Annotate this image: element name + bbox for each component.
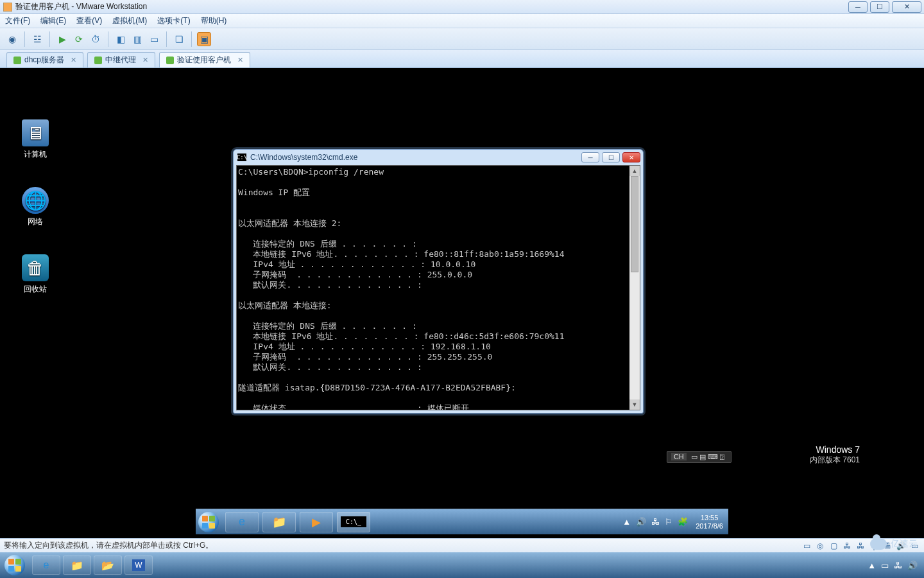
guest-start-button[interactable] — [196, 509, 221, 535]
windows-orb-icon — [4, 555, 25, 575]
taskbar-pin-explorer[interactable]: 📁 — [262, 512, 296, 532]
desktop-icon-recycle[interactable]: 🗑 回收站 — [13, 254, 58, 295]
desktop-icon-computer[interactable]: 🖥 计算机 — [13, 119, 58, 160]
tb-layout3-icon[interactable]: ▭ — [147, 32, 161, 46]
tray-action-icon[interactable]: 🧩 — [678, 517, 688, 527]
menu-vm[interactable]: 虚拟机(M) — [112, 15, 147, 26]
tb-fullscreen-icon[interactable]: ▣ — [197, 32, 211, 46]
tb-play-icon[interactable]: ▶ — [55, 32, 69, 46]
tb-library-icon[interactable]: ☳ — [30, 32, 44, 46]
device-net2-icon[interactable]: 🖧 — [855, 541, 866, 551]
cmd-maximize-button[interactable]: ☐ — [602, 152, 620, 162]
menu-edit[interactable]: 编辑(E) — [40, 15, 66, 26]
tray-up-icon[interactable]: ▲ — [622, 517, 631, 527]
network-icon: 🌐 — [22, 187, 49, 214]
tab-verify-client[interactable]: 验证使用客户机 ✕ — [159, 52, 250, 67]
recycle-icon: 🗑 — [22, 254, 49, 281]
cmd-window-controls: ─ ☐ ✕ — [579, 152, 643, 162]
tb-power-icon[interactable]: ◉ — [5, 32, 19, 46]
cmd-close-button[interactable]: ✕ — [622, 152, 640, 162]
minimize-button[interactable]: ─ — [848, 1, 868, 13]
device-cd-icon[interactable]: ◎ — [814, 541, 826, 551]
tab-close-icon[interactable]: ✕ — [142, 56, 148, 64]
vm-tabstrip: dhcp服务器 ✕ 中继代理 ✕ 验证使用客户机 ✕ — [0, 50, 924, 68]
cmd-title-text: C:\Windows\system32\cmd.exe — [250, 153, 357, 162]
host-toolbar: ◉ ☳ ▶ ⟳ ⏱ ◧ ▥ ▭ ❏ ▣ — [0, 28, 924, 50]
vm-state-icon — [13, 57, 21, 64]
host-start-button[interactable] — [0, 555, 30, 575]
word-icon: W — [132, 559, 144, 571]
tab-close-icon[interactable]: ✕ — [237, 56, 243, 64]
desktop-icon-network[interactable]: 🌐 网络 — [13, 187, 58, 227]
icon-label: 计算机 — [13, 149, 58, 160]
host-taskbar: e 📁 📂 W ▲ ▭ 🖧 🔊 — [0, 552, 924, 578]
tray-network-icon[interactable]: 🖧 — [651, 517, 660, 527]
cmd-client-area: C:\Users\BDQN>ipconfig /renew Windows IP… — [236, 165, 640, 410]
host-pin-word[interactable]: W — [124, 556, 153, 575]
host-pin-folder[interactable]: 📂 — [94, 556, 122, 575]
guest-tray: ▲ 🔊 🖧 ⚐ 🧩 13:55 2017/8/6 — [620, 514, 728, 530]
tb-unity-icon[interactable]: ❏ — [172, 32, 186, 46]
tab-close-icon[interactable]: ✕ — [71, 56, 76, 64]
tb-restart-icon[interactable]: ⟳ — [72, 32, 86, 46]
page-watermark: 亿速云 — [870, 538, 918, 550]
watermark-line: 内部版本 7601 — [771, 455, 860, 466]
scroll-up-icon[interactable]: ▲ — [629, 166, 640, 176]
menu-help[interactable]: 帮助(H) — [201, 15, 227, 26]
close-button[interactable]: ✕ — [892, 1, 921, 13]
scroll-down-icon[interactable]: ▼ — [629, 399, 640, 410]
host-tray-volume-icon[interactable]: 🔊 — [907, 561, 918, 570]
clock-date: 2017/8/6 — [696, 522, 723, 530]
host-menubar: 文件(F) 编辑(E) 查看(V) 虚拟机(M) 选项卡(T) 帮助(H) — [0, 14, 924, 28]
lang-icons: ▭ ▤ ⌨ ⍰ — [691, 453, 724, 460]
clock-time: 13:55 — [696, 514, 723, 522]
cmd-scrollbar[interactable]: ▲ ▼ — [629, 166, 640, 410]
tray-volume-icon[interactable]: 🔊 — [636, 517, 646, 527]
watermark-text: 亿速云 — [891, 538, 918, 550]
cmd-window[interactable]: C:\ C:\Windows\system32\cmd.exe ─ ☐ ✕ C:… — [233, 149, 644, 414]
icon-label: 网络 — [13, 216, 58, 227]
menu-tabs[interactable]: 选项卡(T) — [157, 15, 190, 26]
maximize-button[interactable]: ☐ — [870, 1, 889, 13]
lang-code: CH — [671, 453, 687, 460]
vm-state-icon — [166, 57, 174, 64]
status-text: 要将输入定向到该虚拟机，请在虚拟机内部单击或按 Ctrl+G。 — [4, 540, 213, 551]
tab-label: 中继代理 — [105, 55, 136, 66]
cmd-titlebar[interactable]: C:\ C:\Windows\system32\cmd.exe ─ ☐ ✕ — [234, 150, 643, 165]
tb-layout2-icon[interactable]: ▥ — [130, 32, 144, 46]
host-tray: ▲ ▭ 🖧 🔊 — [865, 561, 924, 570]
guest-watermark: Windows 7 内部版本 7601 此 Windows 副本不是正版 — [771, 444, 860, 477]
cmd-icon: C:\ — [237, 153, 246, 161]
taskbar-pin-media[interactable]: ▶ — [300, 512, 333, 532]
guest-clock[interactable]: 13:55 2017/8/6 — [696, 514, 723, 530]
device-hdd-icon[interactable]: ▭ — [801, 541, 812, 551]
tab-relay-agent[interactable]: 中继代理 ✕ — [87, 52, 155, 67]
ie-icon: e — [239, 515, 245, 529]
tb-snapshot-icon[interactable]: ⏱ — [89, 32, 103, 46]
guest-language-bar[interactable]: CH ▭ ▤ ⌨ ⍰ — [667, 451, 732, 463]
menu-view[interactable]: 查看(V) — [76, 15, 102, 26]
tab-dhcp-server[interactable]: dhcp服务器 ✕ — [6, 52, 83, 67]
watermark-line: Windows 7 — [771, 444, 860, 455]
host-tray-up-icon[interactable]: ▲ — [868, 561, 876, 570]
media-icon: ▶ — [312, 515, 321, 529]
host-tray-battery-icon[interactable]: ▭ — [881, 561, 889, 570]
tb-layout1-icon[interactable]: ◧ — [114, 32, 128, 46]
folder-icon: 📁 — [272, 515, 286, 529]
device-net-icon[interactable]: 🖧 — [841, 541, 853, 551]
host-pin-explorer[interactable]: 📁 — [63, 556, 91, 575]
guest-display[interactable]: 🖥 计算机 🌐 网络 🗑 回收站 C:\ C:\Windows\system32… — [0, 68, 924, 534]
taskbar-item-cmd[interactable]: C:\_ — [337, 512, 370, 532]
cmd-output[interactable]: C:\Users\BDQN>ipconfig /renew Windows IP… — [237, 166, 640, 410]
folder-icon: 📁 — [71, 559, 83, 572]
cmd-minimize-button[interactable]: ─ — [581, 152, 599, 162]
host-title: 验证使用客户机 - VMware Workstation — [15, 1, 147, 12]
taskbar-pin-ie[interactable]: e — [225, 512, 259, 532]
host-tray-network-icon[interactable]: 🖧 — [894, 561, 902, 570]
menu-file[interactable]: 文件(F) — [5, 15, 30, 26]
tray-flag-icon[interactable]: ⚐ — [665, 517, 672, 527]
scroll-thumb[interactable] — [631, 176, 638, 272]
device-floppy-icon[interactable]: ▢ — [828, 541, 839, 551]
host-pin-ie[interactable]: e — [32, 556, 60, 575]
computer-icon: 🖥 — [22, 119, 49, 146]
